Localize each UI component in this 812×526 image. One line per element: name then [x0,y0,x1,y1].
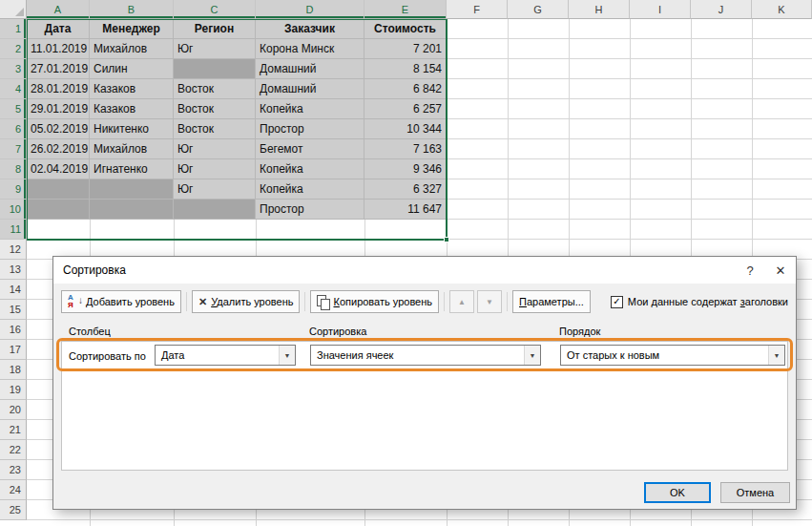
cell-E4[interactable]: 6 842 [364,79,447,99]
delete-level-button[interactable]: ✕ Удалить уровень [192,290,301,313]
row-header-8[interactable]: 8 [0,159,27,179]
cell-A4[interactable]: 28.01.2019 [27,79,90,99]
cell-B8[interactable]: Игнатенко [90,159,174,179]
column-header-D[interactable]: D [256,0,364,19]
cell-D9[interactable]: Копейка [256,179,364,200]
select-all-corner[interactable] [0,0,27,19]
cell-D1[interactable]: Заказчик [256,19,364,39]
row-header-22[interactable]: 22 [0,440,27,460]
cell-A6[interactable]: 05.02.2019 [27,119,90,139]
cell-A9[interactable] [27,179,90,200]
column-header-K[interactable]: K [752,0,812,19]
cell-C4[interactable]: Восток [174,79,256,99]
cell-B5[interactable]: Казаков [90,99,174,119]
column-header-B[interactable]: B [90,0,174,19]
cell-E6[interactable]: 10 344 [364,119,447,139]
cell-C9[interactable]: Юг [174,179,256,200]
fill-handle[interactable] [444,237,449,242]
headers-checkbox-group[interactable]: ✓ Мои данные содержат заголовки [611,296,788,308]
row-header-10[interactable]: 10 [0,200,27,220]
cell-E2[interactable]: 7 201 [364,39,447,59]
cell-C8[interactable]: Юг [174,159,256,179]
cell-C6[interactable]: Восток [174,119,256,139]
cell-C1[interactable]: Регион [174,19,256,39]
cell-E10[interactable]: 11 647 [364,200,447,220]
cell-D10[interactable]: Простор [256,200,364,220]
move-level-up-button[interactable]: ▲ [449,290,474,313]
column-header-H[interactable]: H [569,0,630,19]
cell-C7[interactable]: Юг [174,139,256,159]
cell-C5[interactable]: Восток [174,99,256,119]
column-header-A[interactable]: A [27,0,90,19]
add-level-button[interactable]: А Я ↓ Добавить уровень [61,290,181,313]
cell-A10[interactable] [27,200,90,220]
row-header-25[interactable]: 25 [0,500,27,520]
cell-A7[interactable]: 26.02.2019 [27,139,90,159]
copy-level-button[interactable]: Копировать уровень [310,290,439,313]
cell-B2[interactable]: Михайлов [90,39,174,59]
column-header-E[interactable]: E [364,0,447,19]
cell-E3[interactable]: 8 154 [364,59,447,79]
checkbox-checked-icon[interactable]: ✓ [611,296,623,308]
row-header-17[interactable]: 17 [0,340,27,360]
cell-A3[interactable]: 27.01.2019 [27,59,90,79]
cell-E8[interactable]: 9 346 [364,159,447,179]
sort-order-dropdown[interactable]: От старых к новым ▼ [560,345,785,366]
cancel-button[interactable]: Отмена [720,482,790,503]
cell-A1[interactable]: Дата [27,19,90,39]
sort-on-dropdown[interactable]: Значения ячеек ▼ [310,345,541,366]
move-level-down-button[interactable]: ▼ [477,290,502,313]
close-icon[interactable]: ✕ [765,257,796,284]
row-header-13[interactable]: 13 [0,260,27,280]
options-button[interactable]: Параметры... [512,290,591,313]
cell-B10[interactable] [90,200,174,220]
row-header-20[interactable]: 20 [0,400,27,420]
cell-A2[interactable]: 11.01.2019 [27,39,90,59]
column-header-I[interactable]: I [630,0,691,19]
cell-C10[interactable] [174,200,256,220]
cell-D2[interactable]: Корона Минск [256,39,364,59]
dialog-titlebar[interactable]: Сортировка ? ✕ [53,257,796,284]
column-header-F[interactable]: F [447,0,508,19]
row-header-14[interactable]: 14 [0,280,27,300]
row-header-3[interactable]: 3 [0,59,27,79]
cell-D6[interactable]: Простор [256,119,364,139]
row-header-6[interactable]: 6 [0,119,27,139]
cell-E1[interactable]: Стоимость [364,19,447,39]
cell-A5[interactable]: 29.01.2019 [27,99,90,119]
row-header-23[interactable]: 23 [0,460,27,480]
column-header-C[interactable]: C [174,0,256,19]
row-header-18[interactable]: 18 [0,360,27,380]
cell-D8[interactable]: Копейка [256,159,364,179]
row-header-2[interactable]: 2 [0,39,27,59]
cell-C3[interactable] [174,59,256,79]
row-header-15[interactable]: 15 [0,300,27,320]
cell-C2[interactable]: Юг [174,39,256,59]
cell-D3[interactable]: Домашний [256,59,364,79]
cell-B6[interactable]: Никитенко [90,119,174,139]
row-header-21[interactable]: 21 [0,420,27,440]
row-header-16[interactable]: 16 [0,320,27,340]
cell-A8[interactable]: 02.04.2019 [27,159,90,179]
cell-D4[interactable]: Домашний [256,79,364,99]
ok-button[interactable]: OK [644,482,711,503]
cell-B9[interactable] [90,179,174,200]
row-header-24[interactable]: 24 [0,480,27,500]
cell-B7[interactable]: Михайлов [90,139,174,159]
cell-E5[interactable]: 6 257 [364,99,447,119]
row-header-11[interactable]: 11 [0,220,27,240]
row-header-19[interactable]: 19 [0,380,27,400]
cell-D7[interactable]: Бегемот [256,139,364,159]
cell-E7[interactable]: 7 163 [364,139,447,159]
row-header-4[interactable]: 4 [0,79,27,99]
row-header-9[interactable]: 9 [0,179,27,200]
help-icon[interactable]: ? [735,257,765,284]
row-header-5[interactable]: 5 [0,99,27,119]
row-header-7[interactable]: 7 [0,139,27,159]
cell-B4[interactable]: Казаков [90,79,174,99]
column-header-G[interactable]: G [508,0,569,19]
sort-column-dropdown[interactable]: Дата ▼ [155,345,296,366]
row-header-12[interactable]: 12 [0,240,27,260]
cell-D5[interactable]: Копейка [256,99,364,119]
row-header-1[interactable]: 1 [0,19,27,39]
